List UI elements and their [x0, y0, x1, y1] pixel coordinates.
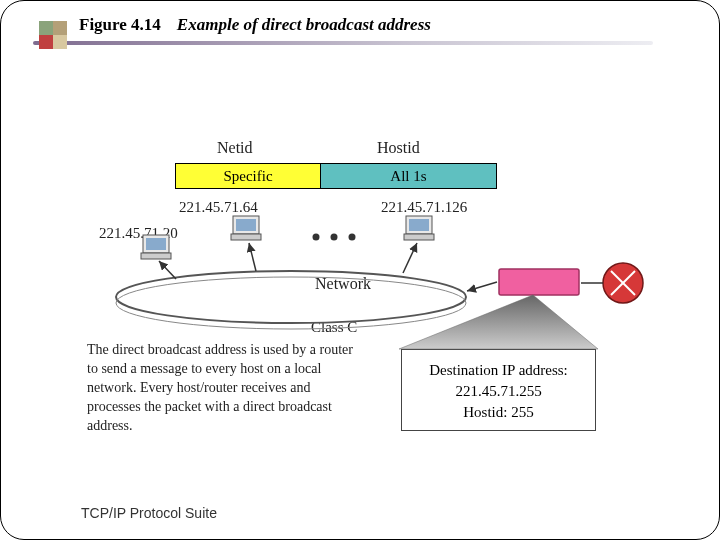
- netid-label: Netid: [217, 139, 253, 157]
- link-host3: [403, 243, 417, 273]
- host-computer-3: [404, 216, 434, 240]
- explanation-text: The direct broadcast address is used by …: [87, 341, 363, 435]
- svg-rect-3: [233, 216, 259, 234]
- hostid-field: All 1s: [321, 164, 496, 188]
- svg-rect-5: [231, 234, 261, 240]
- diagram-area: Netid Hostid Specific All 1s 221.45.71.6…: [1, 1, 720, 540]
- broadcast-beam: [399, 295, 598, 349]
- svg-point-9: [603, 263, 643, 303]
- ip-host-20: 221.45.71.20: [99, 225, 178, 242]
- netid-field: Specific: [176, 164, 321, 188]
- ellipsis-dot: [349, 234, 356, 241]
- link-host2: [249, 243, 256, 271]
- ip-host-64: 221.45.71.64: [179, 199, 258, 216]
- ip-host-126: 221.45.71.126: [381, 199, 467, 216]
- ellipsis-dot: [313, 234, 320, 241]
- svg-line-10: [611, 271, 635, 295]
- diagram-svg: [1, 1, 720, 540]
- svg-rect-6: [406, 216, 432, 234]
- svg-rect-2: [141, 253, 171, 259]
- address-fields: Specific All 1s: [175, 163, 497, 189]
- destination-box: Destination IP address: 221.45.71.255 Ho…: [401, 349, 596, 431]
- dest-line3: Hostid: 255: [402, 402, 595, 423]
- class-c-label: Class C: [311, 319, 357, 336]
- dest-line1: Destination IP address:: [402, 360, 595, 381]
- dest-line2: 221.45.71.255: [402, 381, 595, 402]
- hostid-label: Hostid: [377, 139, 420, 157]
- footer-text: TCP/IP Protocol Suite: [81, 505, 217, 521]
- svg-line-11: [611, 271, 635, 295]
- link-host1: [159, 261, 176, 279]
- host-computer-2: [231, 216, 261, 240]
- link-switch: [467, 282, 497, 291]
- router-icon: [603, 263, 643, 303]
- switch-box: [499, 269, 579, 295]
- network-label: Network: [283, 275, 403, 293]
- svg-rect-7: [409, 219, 429, 231]
- svg-rect-4: [236, 219, 256, 231]
- ellipsis-dot: [331, 234, 338, 241]
- svg-rect-8: [404, 234, 434, 240]
